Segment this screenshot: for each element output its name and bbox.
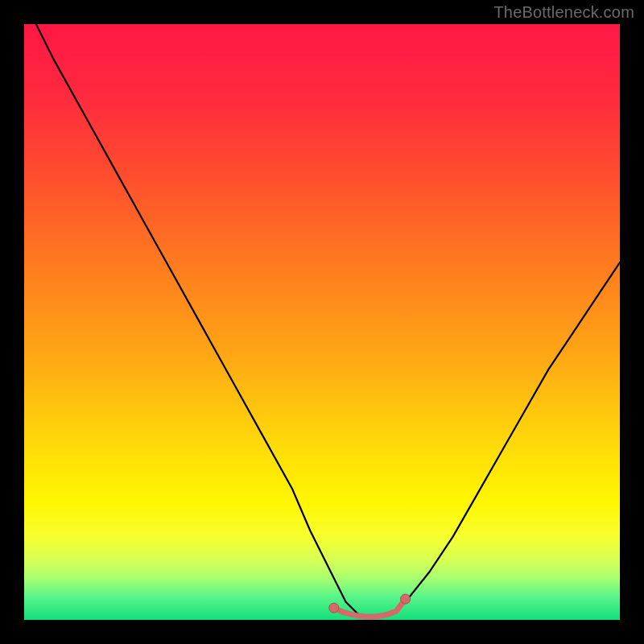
chart-svg xyxy=(24,24,620,620)
chart-root: TheBottleneck.com xyxy=(0,0,644,644)
optimal-range-endpoint xyxy=(329,603,339,613)
watermark-text: TheBottleneck.com xyxy=(493,3,634,22)
gradient-background xyxy=(24,24,620,620)
plot-area xyxy=(24,24,620,620)
optimal-range-endpoint xyxy=(401,594,411,604)
